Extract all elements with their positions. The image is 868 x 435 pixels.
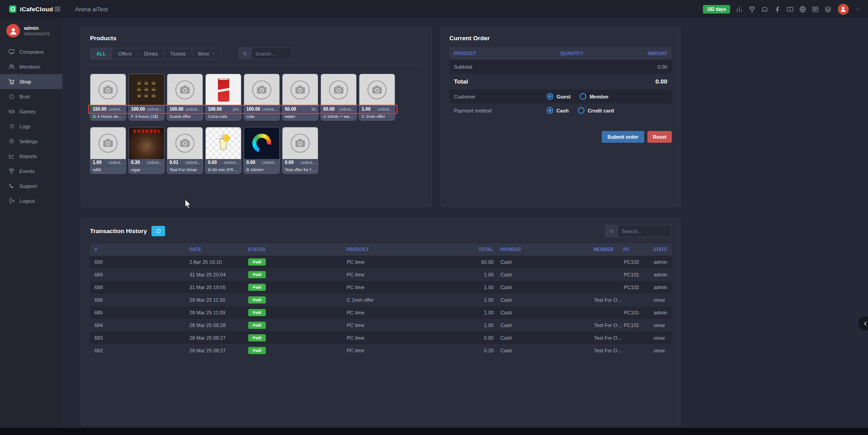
globe-icon[interactable] xyxy=(799,5,807,13)
product-card[interactable]: ☠ ☠ ☠☠ ☠ ☠☠ ☠ ☠100.00Unlimit...F 4 hours… xyxy=(128,74,165,121)
column-header[interactable]: DATE xyxy=(189,247,248,252)
column-header[interactable]: STAFF xyxy=(653,247,667,252)
product-name: water xyxy=(283,113,318,120)
column-header[interactable]: PC xyxy=(623,247,653,252)
sidebar-item-label: Games xyxy=(19,109,35,114)
products-search-input[interactable] xyxy=(251,47,292,60)
youtube-icon[interactable] xyxy=(786,5,794,13)
transaction-row[interactable]: 68831 Mar 25 19:55PaidPC time1.00CashPC1… xyxy=(90,281,672,294)
product-card[interactable]: 0.30Unlimit...cigar xyxy=(128,127,165,174)
column-header[interactable]: PRODUCT xyxy=(346,247,468,252)
discord-icon[interactable] xyxy=(761,5,769,13)
column-header[interactable]: # xyxy=(94,247,189,252)
reset-button[interactable]: Reset xyxy=(647,131,672,143)
user-id: 005193482475 xyxy=(24,32,50,36)
tab-more[interactable]: More xyxy=(192,48,222,60)
tab-offers[interactable]: Offers xyxy=(112,48,138,60)
sidebar-item-reports[interactable]: Reports xyxy=(0,149,62,164)
product-card[interactable]: 50.0099water xyxy=(282,74,318,121)
product-card[interactable]: 0.00Unlimit...D 60 min (FREE) xyxy=(205,127,241,174)
product-card[interactable]: 0.00Unlimit...Test offer for fir... xyxy=(282,127,318,174)
transaction-row[interactable]: 68528 Mar 25 11:09PaidPC time1.00CashPC1… xyxy=(90,306,672,319)
product-image camera-placeholder-icon xyxy=(90,74,126,106)
transaction-date: 28 Mar 25 08:27 xyxy=(189,348,248,353)
product-card[interactable]: 100.00Unlimit...Guest offer xyxy=(167,74,203,121)
payment-option-cash[interactable]: Cash xyxy=(547,107,569,114)
sidebar-item-games[interactable]: Games xyxy=(0,104,62,119)
transaction-pc: PC101 xyxy=(624,323,654,328)
column-header[interactable]: STATUS xyxy=(248,247,347,252)
product-category-tabs: ALLOffersDrinksTicketsMore xyxy=(90,48,222,60)
product-price: 100.00 xyxy=(208,107,222,112)
transaction-row[interactable]: 68931 Mar 25 20:04PaidPC time1.00CashPC1… xyxy=(90,268,672,281)
sidebar-item-settings[interactable]: Settings xyxy=(0,134,62,149)
product-name: A 10min + water xyxy=(321,113,356,120)
product-card[interactable]: 100.00Unlimit...cola xyxy=(244,74,280,121)
column-header[interactable]: TOTAL xyxy=(468,247,493,252)
status-badge: Paid xyxy=(248,334,266,341)
product-card[interactable]: 1.00Unlimit...sdfd xyxy=(90,127,126,174)
product-card[interactable]: 0.00Unlimit...B 10min+ xyxy=(244,127,280,174)
status-badge: Paid xyxy=(248,322,266,329)
app-logo[interactable]: iCafeCloud xyxy=(8,5,50,14)
product-price: 0.00 xyxy=(246,160,255,165)
product-card[interactable]: 100.00104Coca cola xyxy=(205,74,241,121)
transactions-search-input[interactable] xyxy=(618,225,672,237)
product-name: cola xyxy=(244,113,279,120)
transaction-row[interactable]: 68428 Mar 25 08:28PaidPC time1.00CashTes… xyxy=(90,319,672,332)
tab-tickets[interactable]: Tickets xyxy=(164,48,192,60)
product-image camera-placeholder-icon xyxy=(283,127,318,159)
sidebar-item-members[interactable]: Members xyxy=(0,59,62,74)
transaction-row[interactable]: 6902 Apr 25 15:10PaidPC time60.00CashPC1… xyxy=(90,256,672,268)
payment-option-credit-card[interactable]: Credit card xyxy=(578,107,614,114)
transaction-row[interactable]: 68228 Mar 25 08:27PaidPC time0.20CashTes… xyxy=(90,344,672,357)
hamburger-menu-icon[interactable] xyxy=(53,5,61,13)
radio-label: Cash xyxy=(557,108,569,113)
sidebar-item-computers[interactable]: Computers xyxy=(0,44,62,59)
transaction-payment: Cash xyxy=(494,323,594,328)
transaction-staff: admin xyxy=(654,310,667,315)
divider xyxy=(90,65,423,65)
user-avatar[interactable] xyxy=(837,3,849,15)
product-image camera-placeholder-icon xyxy=(321,74,356,106)
sidebar-item-support[interactable]: Support xyxy=(0,178,62,193)
product-name: cigar xyxy=(129,166,164,173)
product-card[interactable]: 50.00Unlimit...A 10min + water xyxy=(321,74,357,121)
tab-all[interactable]: ALL xyxy=(90,48,112,60)
transaction-history-title: Transaction History xyxy=(90,228,147,234)
column-header[interactable]: PAYMENT xyxy=(493,247,594,252)
customer-option-guest[interactable]: Guest xyxy=(547,93,571,100)
submit-order-button[interactable]: Submit order xyxy=(602,131,644,143)
product-card[interactable]: 0.01Unlimit...Test For Omar xyxy=(167,127,203,174)
chevron-down-icon[interactable] xyxy=(855,6,861,12)
logs-icon xyxy=(8,123,15,130)
transaction-id: 682 xyxy=(94,348,189,353)
refresh-button[interactable] xyxy=(151,226,165,236)
column-header[interactable]: MEMBER xyxy=(594,247,623,252)
transaction-row[interactable]: 68629 Mar 25 11:30PaidC 1min offer1.00Ca… xyxy=(90,294,672,306)
tab-drinks[interactable]: Drinks xyxy=(137,48,164,60)
license-days-badge[interactable]: 182 days xyxy=(703,5,730,14)
stats-icon[interactable] xyxy=(736,5,743,13)
product-card[interactable]: 1.00Unlimit...C 1min offer xyxy=(359,74,395,121)
sidebar-user-block[interactable]: admin 005193482475 xyxy=(0,18,62,44)
product-price: 100.00 xyxy=(131,107,145,112)
order-column-header: PRODUCT xyxy=(454,51,560,56)
sidebar-item-logout[interactable]: Logout xyxy=(0,193,62,208)
order-table-header: PRODUCTQUANTITYAMOUNT xyxy=(449,47,672,60)
topbar-icon-group xyxy=(736,5,832,13)
gear-icon xyxy=(8,138,15,145)
trophy-icon[interactable] xyxy=(748,5,756,13)
product-card[interactable]: 150.00Unlimit...G 4 Hours and f... xyxy=(90,74,126,121)
sidebar-item-boot[interactable]: Boot xyxy=(0,89,62,104)
sidebar-item-shop[interactable]: Shop xyxy=(0,74,62,89)
news-icon[interactable] xyxy=(811,5,819,13)
customer-option-member[interactable]: Member xyxy=(580,93,609,100)
layers-icon[interactable] xyxy=(824,5,832,13)
product-grid: 150.00Unlimit...G 4 Hours and f...☠ ☠ ☠☠… xyxy=(90,74,423,174)
sidebar-item-logs[interactable]: Logs xyxy=(0,119,62,134)
sidebar-item-events[interactable]: Events xyxy=(0,164,62,178)
transaction-payment: Cash xyxy=(494,335,594,341)
facebook-icon[interactable] xyxy=(774,5,781,13)
transaction-row[interactable]: 68328 Mar 25 08:27PaidPC time0.80CashTes… xyxy=(90,332,672,344)
